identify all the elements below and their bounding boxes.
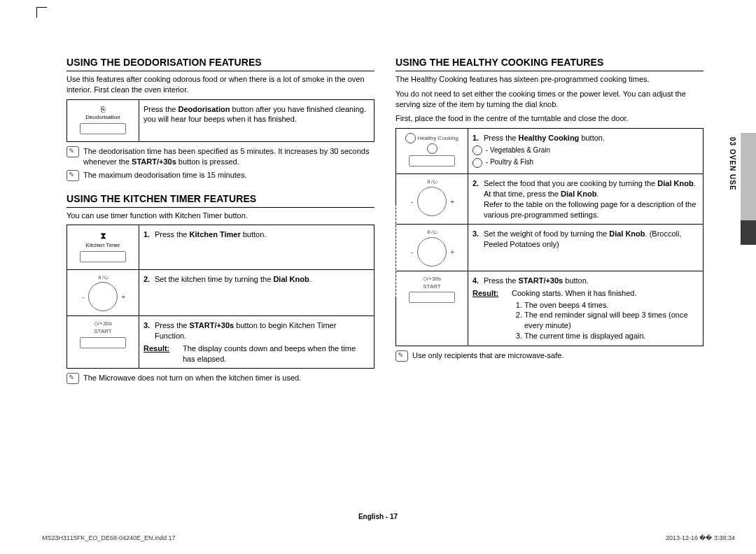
note-timer-microwave: The Microwave does not turn on when the … [66, 373, 374, 384]
healthy-cooking-icon: Healthy Cooking [396, 129, 468, 174]
cut-line-icon [396, 206, 396, 297]
note-deodor-time: The deodorisation time has been specifie… [66, 146, 374, 167]
step-text: 2.Select the food that you are cooking b… [468, 174, 704, 225]
step-text: 2.Set the kitchen time by turning the Di… [139, 269, 374, 315]
note-deodor-max: The maximum deodorisation time is 15 min… [66, 170, 374, 181]
table-row: ⏸/⭮ 3.Set the weight of food by turning … [396, 225, 704, 271]
crop-mark-icon [36, 7, 47, 17]
hc-category-veg: - Vegetables & Grain [472, 145, 699, 155]
result-text: The display counts down and beeps when t… [183, 343, 370, 364]
deodor-button-icon: ⎘ Deodorisation [67, 99, 139, 141]
result-item: The end reminder signal will beep 3 time… [524, 310, 699, 331]
footer-file: MS23H3115FK_EO_DE68-04240E_EN.indd 17 [42, 534, 176, 541]
note-microwave-safe: Use only recipients that are microwave-s… [396, 350, 704, 362]
print-footer: MS23H3115FK_EO_DE68-04240E_EN.indd 17 20… [42, 534, 735, 541]
left-column: USING THE DEODORISATION FEATURES Use thi… [66, 56, 374, 512]
icon-label: Deodorisation [71, 114, 134, 122]
footer-timestamp: 2013-12-16 �� 3:38:34 [666, 534, 735, 541]
result-label: Result: [472, 289, 498, 297]
heading-healthy-cooking: USING THE HEALTHY COOKING FEATURES [396, 56, 704, 71]
note-text: Use only recipients that are microwave-s… [412, 350, 564, 361]
hc-table: Healthy Cooking 1.Press the Healthy Cook… [396, 128, 704, 346]
deodor-table: ⎘ Deodorisation Press the Deodorisation … [66, 99, 374, 142]
hc-intro-1: The Healthy Cooking features has sixteen… [396, 74, 704, 85]
table-row: ⧗ Kitchen Timer 1.Press the Kitchen Time… [67, 225, 374, 269]
timer-intro: You can use timer function with Kitchen … [66, 211, 374, 221]
result-text: Cooking starts. When it has finished. Th… [512, 288, 699, 341]
note-icon [66, 170, 79, 181]
icon-label: Kitchen Timer [71, 242, 134, 250]
dial-knob-icon: ⏸/⭮ [396, 174, 468, 225]
heading-deodorisation: USING THE DEODORISATION FEATURES [66, 56, 374, 71]
dial-knob-icon: ⏸/⭮ [67, 269, 139, 315]
section-tab [741, 133, 756, 245]
start-button-icon: ◇/+30s START [396, 271, 468, 346]
deodor-intro: Use this features after cooking odorous … [66, 74, 374, 95]
note-text: The Microwave does not turn on when the … [83, 373, 301, 383]
kitchen-timer-icon: ⧗ Kitchen Timer [67, 225, 139, 269]
heading-kitchen-timer: USING THE KITCHEN TIMER FEATURES [66, 192, 374, 208]
table-row: ◇/+30s START 4.Press the START/+30s butt… [396, 271, 704, 346]
step-text: 3.Press the START/+30s button to begin K… [139, 316, 374, 369]
step-text: 1.Press the Kitchen Timer button. [139, 225, 374, 269]
step-text: 4.Press the START/+30s button. Result: C… [468, 271, 704, 346]
table-row: ◇/+30s START 3.Press the START/+30s butt… [67, 316, 374, 369]
text: Press the [144, 105, 178, 113]
hc-category-poultry: - Poultry & Fish [472, 157, 699, 167]
result-item: The current time is displayed again. [524, 331, 699, 341]
table-row: ⏸/⭮ 2.Set the kitchen time by turning th… [67, 269, 374, 315]
step-text: 1.Press the Healthy Cooking button. - Ve… [468, 129, 704, 174]
table-row: ⎘ Deodorisation Press the Deodorisation … [67, 99, 374, 141]
hc-intro-3: First, place the food in the centre of t… [396, 113, 704, 124]
note-icon [66, 146, 79, 157]
dial-knob-icon: ⏸/⭮ [396, 225, 468, 271]
table-row: ⏸/⭮ 2.Select the food that you are cooki… [396, 174, 704, 225]
note-text: The maximum deodorisation time is 15 min… [83, 170, 247, 180]
right-column: USING THE HEALTHY COOKING FEATURES The H… [396, 56, 704, 512]
page-number: English - 17 [0, 513, 756, 520]
step-text: 3.Set the weight of food by turning the … [468, 225, 704, 271]
start-button-icon: ◇/+30s START [67, 316, 139, 369]
note-text: The deodorisation time has been specifie… [83, 146, 374, 167]
manual-page: 03 OVEN USE USING THE DEODORISATION FEAT… [0, 0, 756, 554]
hc-intro-2: You do not need to set either the cookin… [396, 89, 704, 110]
result-item: The oven beeps 4 times. [524, 300, 699, 311]
note-icon [66, 373, 79, 384]
note-icon [396, 350, 408, 362]
result-label: Result: [144, 344, 169, 353]
table-row: Healthy Cooking 1.Press the Healthy Cook… [396, 129, 704, 174]
bold: Deodorisation [178, 105, 230, 113]
timer-table: ⧗ Kitchen Timer 1.Press the Kitchen Time… [66, 225, 374, 369]
deodor-instruction: Press the Deodorisation button after you… [139, 99, 374, 141]
content-area: USING THE DEODORISATION FEATURES Use thi… [66, 56, 735, 512]
